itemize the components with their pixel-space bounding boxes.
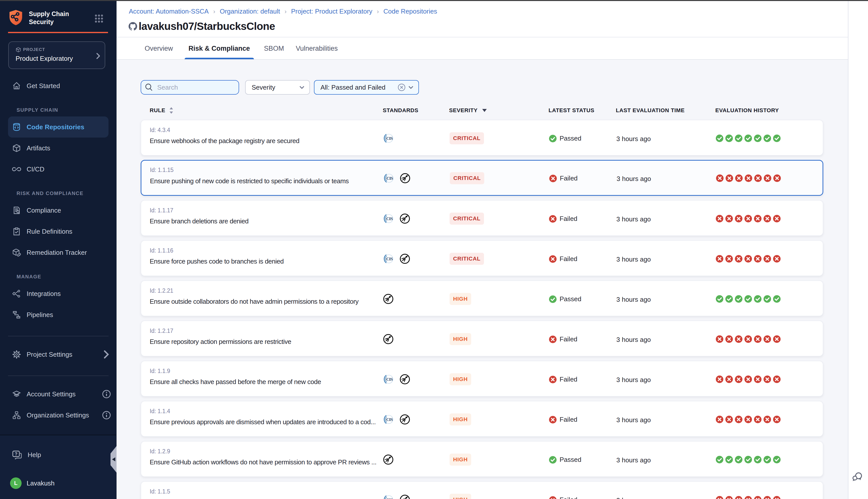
svg-text:CIS: CIS bbox=[386, 498, 393, 499]
svg-text:CIS: CIS bbox=[386, 257, 393, 261]
svg-text:CIS: CIS bbox=[387, 176, 393, 181]
svg-text:CIS: CIS bbox=[386, 377, 393, 382]
svg-text:CIS: CIS bbox=[386, 136, 393, 141]
svg-text:CIS: CIS bbox=[386, 417, 393, 422]
svg-text:?: ? bbox=[14, 452, 17, 457]
svg-text:CIS: CIS bbox=[386, 216, 393, 221]
